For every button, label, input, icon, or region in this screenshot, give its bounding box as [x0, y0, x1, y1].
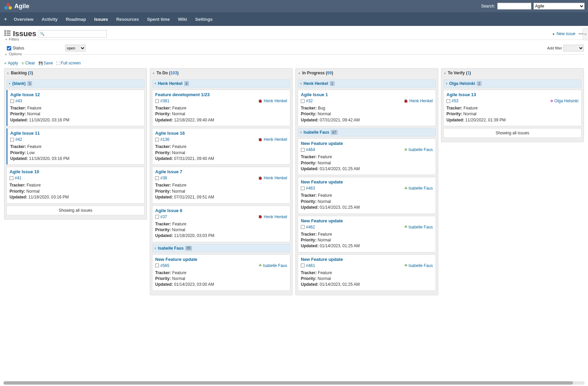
card-checkbox[interactable] — [155, 215, 159, 219]
column-header[interactable]: ▾In Progress (69) — [296, 69, 438, 77]
card-assignee[interactable]: 🐞Henk Henkel — [258, 214, 287, 219]
issue-card[interactable]: Agile Issue 6#37🐞Henk HenkelTracker: Fea… — [152, 206, 290, 242]
card-assignee[interactable]: 🐞Henk Henkel — [258, 137, 287, 142]
swimlane[interactable]: ▾Henk Henkel4 — [152, 79, 290, 88]
issue-card[interactable]: New Feature update#463☘Isabelle FausTrac… — [298, 177, 436, 213]
card-checkbox[interactable] — [10, 176, 13, 180]
issue-card[interactable]: New Feature update#565☘Isabelle FausTrac… — [152, 254, 290, 291]
add-filter-select[interactable] — [563, 45, 584, 51]
card-title[interactable]: Agile Issue 10 — [10, 169, 142, 174]
issue-card[interactable]: Agile Issue 16#136🐞Henk HenkelTracker: F… — [152, 128, 290, 165]
issue-card[interactable]: Agile Issue 11#42Tracker: FeaturePriorit… — [6, 128, 145, 165]
issue-card[interactable]: Feature development 1/23#381🐞Henk Henkel… — [152, 90, 290, 126]
card-title[interactable]: Agile Issue 7 — [155, 169, 287, 174]
card-checkbox[interactable] — [155, 99, 159, 103]
card-title[interactable]: New Feature update — [301, 141, 433, 146]
column-header[interactable]: ▾To Verify (1) — [441, 69, 584, 77]
issue-card[interactable]: Agile Issue 7#38🐞Henk HenkelTracker: Fea… — [152, 167, 290, 203]
issue-card[interactable]: Agile Issue 13#53❋Olga HelsinkiTracker: … — [443, 90, 582, 126]
issue-card[interactable]: Agile Issue 1#32🐞Henk HenkelTracker: Bug… — [298, 90, 436, 126]
issue-id-link[interactable]: #32 — [306, 99, 313, 103]
quick-search[interactable]: 🔍 — [39, 30, 107, 38]
card-checkbox[interactable] — [155, 176, 159, 180]
issue-id-link[interactable]: #136 — [160, 137, 170, 142]
issue-id-link[interactable]: #42 — [15, 137, 22, 142]
card-assignee[interactable]: ☘Isabelle Faus — [404, 147, 433, 152]
card-checkbox[interactable] — [155, 264, 159, 267]
project-select[interactable]: Agile — [533, 3, 585, 10]
issue-id-link[interactable]: #461 — [306, 263, 315, 268]
card-title[interactable]: Agile Issue 16 — [155, 131, 287, 136]
issue-id-link[interactable]: #381 — [160, 99, 170, 103]
issue-card[interactable]: Agile Issue 10#41Tracker: FeaturePriorit… — [6, 167, 145, 203]
options-legend[interactable]: ▸ Options — [4, 52, 23, 56]
issue-card[interactable]: New Feature update#461☘Isabelle FausTrac… — [298, 254, 436, 291]
card-assignee[interactable]: ❋Olga Helsinki — [550, 99, 578, 103]
card-assignee[interactable]: 🐞Henk Henkel — [258, 99, 287, 103]
swimlane[interactable]: ▾(blank)3 — [6, 79, 145, 88]
card-assignee[interactable]: 🐞Henk Henkel — [403, 99, 433, 103]
new-issue-link[interactable]: ● New issue — [553, 31, 577, 36]
issue-id-link[interactable]: #37 — [160, 214, 167, 219]
card-assignee[interactable]: ☘Isabelle Faus — [259, 263, 287, 268]
card-title[interactable]: Agile Issue 12 — [10, 92, 142, 97]
fullscreen-link[interactable]: ⛶ Full screen — [56, 61, 81, 65]
status-filter-select[interactable]: open — [65, 45, 86, 51]
swimlane[interactable]: ▾Isabelle Faus67 — [298, 128, 436, 136]
issue-id-link[interactable]: #463 — [306, 186, 315, 191]
column-header[interactable]: ▾To Do (103) — [150, 69, 292, 77]
card-checkbox[interactable] — [301, 264, 305, 267]
filters-legend[interactable]: ▾ Filters — [4, 37, 20, 41]
scrollbar-thumb[interactable] — [3, 381, 573, 385]
issue-card[interactable]: New Feature update#462☘Isabelle FausTrac… — [298, 216, 436, 252]
nav-resources[interactable]: Resources — [112, 12, 143, 26]
issue-id-link[interactable]: #565 — [160, 263, 170, 268]
issue-id-link[interactable]: #38 — [160, 176, 167, 180]
project-title[interactable]: Agile — [14, 3, 29, 10]
card-title[interactable]: Agile Issue 13 — [446, 92, 578, 97]
card-checkbox[interactable] — [155, 138, 159, 142]
card-assignee[interactable]: ☘Isabelle Faus — [404, 225, 433, 229]
card-title[interactable]: New Feature update — [301, 179, 433, 184]
nav-settings[interactable]: Settings — [191, 12, 217, 26]
search-input[interactable] — [497, 3, 531, 10]
card-title[interactable]: New Feature update — [301, 218, 433, 223]
card-title[interactable]: Agile Issue 6 — [155, 208, 287, 213]
issue-card[interactable]: Agile Issue 12#43Tracker: FeaturePriorit… — [6, 90, 145, 126]
card-checkbox[interactable] — [301, 148, 305, 152]
card-checkbox[interactable] — [10, 99, 14, 103]
card-title[interactable]: New Feature update — [301, 257, 433, 262]
swimlane[interactable]: ▾Isabelle Faus89 — [152, 244, 290, 252]
card-checkbox[interactable] — [301, 99, 305, 103]
issue-id-link[interactable]: #464 — [306, 147, 315, 152]
issue-id-link[interactable]: #41 — [15, 176, 21, 180]
swimlane[interactable]: ▾Henk Henkel1 — [298, 79, 436, 88]
card-title[interactable]: Agile Issue 1 — [301, 92, 433, 97]
issue-id-link[interactable]: #462 — [306, 225, 315, 229]
card-title[interactable]: Agile Issue 11 — [10, 131, 142, 136]
nav-activity[interactable]: Activity — [38, 12, 62, 26]
clear-link[interactable]: ↻ Clear — [21, 61, 35, 65]
more-actions-icon[interactable]: ••• — [578, 31, 584, 36]
card-assignee[interactable]: ☘Isabelle Faus — [404, 186, 433, 191]
card-title[interactable]: Feature development 1/23 — [155, 92, 287, 97]
nav-issues[interactable]: Issues — [90, 12, 112, 26]
card-assignee[interactable]: ☘Isabelle Faus — [404, 263, 433, 268]
issue-card[interactable]: New Feature update#464☘Isabelle FausTrac… — [298, 138, 436, 175]
nav-roadmap[interactable]: Roadmap — [62, 12, 90, 26]
issue-id-link[interactable]: #43 — [15, 99, 22, 103]
card-checkbox[interactable] — [446, 99, 450, 103]
status-filter-checkbox[interactable] — [7, 46, 11, 50]
nav-spent-time[interactable]: Spent time — [143, 12, 174, 26]
card-checkbox[interactable] — [301, 187, 305, 190]
issue-id-link[interactable]: #53 — [452, 99, 458, 103]
swimlane[interactable]: ▾Olga Helsinki1 — [443, 79, 582, 88]
nav-overview[interactable]: Overview — [10, 12, 38, 26]
card-checkbox[interactable] — [10, 138, 14, 142]
card-title[interactable]: New Feature update — [155, 257, 287, 262]
horizontal-scrollbar[interactable] — [3, 381, 585, 385]
card-assignee[interactable]: 🐞Henk Henkel — [258, 176, 287, 180]
card-checkbox[interactable] — [301, 225, 305, 229]
column-header[interactable]: ▾Backlog (3) — [4, 69, 147, 77]
save-link[interactable]: 💾 Save — [39, 61, 53, 65]
